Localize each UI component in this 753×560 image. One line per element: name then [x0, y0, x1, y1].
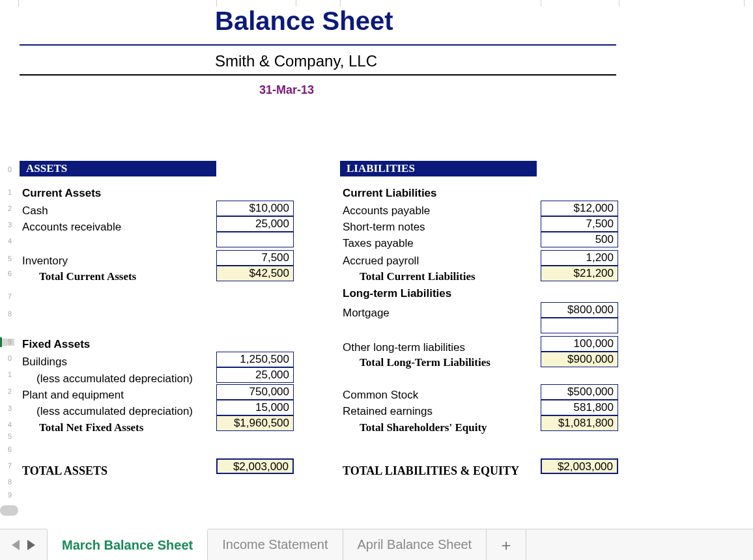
row-number[interactable]: 8 [0, 479, 14, 486]
total-equity-label: Total Shareholders' Equity [343, 422, 487, 433]
add-sheet-button[interactable]: ＋ [487, 529, 526, 560]
document-title: Balance Sheet [215, 7, 393, 36]
next-sheet-icon[interactable] [27, 540, 35, 550]
tab-nav [0, 529, 47, 560]
spreadsheet-canvas[interactable]: Balance Sheet Smith & Company, LLC 31-Ma… [14, 0, 753, 516]
row-number[interactable]: 0 [0, 166, 14, 173]
total-current-assets-value[interactable]: $42,500 [216, 266, 294, 281]
buildings-label: Buildings [22, 356, 67, 367]
blank-liab-cell[interactable] [541, 318, 618, 333]
total-longterm-liab-value[interactable]: $900,000 [541, 352, 618, 367]
sheet-tab-bar: March Balance Sheet Income Statement Apr… [0, 529, 753, 560]
ap-value[interactable]: $12,000 [541, 201, 618, 216]
buildings-dep-value[interactable]: 25,000 [216, 367, 294, 383]
mortgage-value[interactable]: $800,000 [541, 302, 618, 318]
common-stock-value[interactable]: $500,000 [541, 384, 618, 400]
horizontal-scrollbar[interactable] [0, 505, 18, 516]
other-longterm-label: Other long-term liabilities [343, 342, 465, 353]
assets-header-bar: ASSETS [20, 161, 216, 176]
row-number[interactable]: 6 [0, 446, 14, 453]
total-current-assets-label: Total Current Assets [22, 271, 136, 282]
cash-value[interactable]: $10,000 [216, 201, 294, 216]
row-number[interactable]: 2 [0, 205, 14, 212]
tab-income-statement[interactable]: Income Statement [208, 529, 343, 560]
row-number[interactable]: 1 [0, 371, 14, 378]
total-liab-equity-value[interactable]: $2,003,000 [541, 458, 618, 474]
blank-asset-cell[interactable] [216, 232, 294, 247]
retained-earnings-value[interactable]: 581,800 [541, 400, 618, 415]
row-number[interactable]: 8 [0, 311, 14, 318]
row-number[interactable]: 6 [0, 270, 14, 277]
row-number[interactable]: 3 [0, 405, 14, 412]
mortgage-label: Mortgage [343, 307, 390, 318]
total-longterm-liab-label: Total Long-Term Liabilities [343, 357, 490, 368]
accrued-label: Accrued payroll [343, 255, 419, 266]
buildings-dep-label: (less accumulated depreciation) [22, 373, 193, 384]
total-assets-value[interactable]: $2,003,000 [216, 458, 294, 474]
inventory-label: Inventory [22, 255, 68, 266]
current-assets-label: Current Assets [22, 188, 101, 199]
plant-value[interactable]: 750,000 [216, 384, 294, 400]
as-of-date: 31-Mar-13 [259, 83, 314, 97]
liabilities-header-bar: LIABILITIES [340, 161, 537, 176]
stn-value[interactable]: 7,500 [541, 216, 618, 232]
ap-label: Accounts payable [343, 205, 430, 216]
row-number[interactable]: 7 [0, 293, 14, 300]
row-number[interactable]: 7 [0, 462, 14, 469]
row-number[interactable]: 9 [0, 492, 14, 499]
taxes-label: Taxes payable [343, 238, 414, 249]
total-liab-equity-label: TOTAL LIABILITIES & EQUITY [343, 465, 519, 477]
accrued-value[interactable]: 1,200 [541, 250, 618, 266]
plant-dep-label: (less accumulated depreciation) [22, 406, 193, 417]
total-fixed-assets-label: Total Net Fixed Assets [22, 422, 143, 433]
stn-label: Short-term notes [343, 221, 425, 232]
fixed-assets-label: Fixed Assets [22, 339, 90, 350]
row-number-selected[interactable]: 9 [0, 339, 14, 346]
row-number[interactable]: 0 [0, 355, 14, 362]
retained-earnings-label: Retained earnings [343, 406, 433, 417]
total-current-liab-value[interactable]: $21,200 [541, 266, 618, 281]
common-stock-label: Common Stock [343, 389, 418, 400]
longterm-liab-label: Long-term Liabilities [343, 288, 451, 299]
tab-march-balance-sheet[interactable]: March Balance Sheet [47, 529, 208, 560]
ar-label: Accounts receivable [22, 221, 121, 232]
total-equity-value[interactable]: $1,081,800 [541, 415, 618, 431]
row-gutter: 0 1 2 3 4 5 6 7 8 9 0 1 2 3 4 5 6 7 8 9 [0, 0, 14, 516]
plant-dep-value[interactable]: 15,000 [216, 400, 294, 415]
company-name: Smith & Company, LLC [215, 52, 377, 70]
total-current-liab-label: Total Current Liabilities [343, 271, 476, 282]
prev-sheet-icon[interactable] [12, 540, 20, 550]
row-number[interactable]: 4 [0, 238, 14, 245]
inventory-value[interactable]: 7,500 [216, 250, 294, 266]
row-number[interactable]: 4 [0, 421, 14, 428]
plant-label: Plant and equipment [22, 389, 124, 400]
tab-april-balance-sheet[interactable]: April Balance Sheet [343, 529, 487, 560]
row-number[interactable]: 5 [0, 433, 14, 440]
row-number[interactable]: 5 [0, 255, 14, 262]
buildings-value[interactable]: 1,250,500 [216, 352, 294, 367]
row-number[interactable]: 1 [0, 189, 14, 196]
current-liabilities-label: Current Liabilities [343, 188, 437, 199]
ar-value[interactable]: 25,000 [216, 216, 294, 232]
row-number[interactable]: 2 [0, 388, 14, 395]
row-number[interactable]: 3 [0, 221, 14, 229]
total-fixed-assets-value[interactable]: $1,960,500 [216, 415, 294, 431]
other-longterm-value[interactable]: 100,000 [541, 336, 618, 352]
total-assets-label: TOTAL ASSETS [22, 465, 107, 477]
taxes-value[interactable]: 500 [541, 232, 618, 247]
cash-label: Cash [22, 205, 48, 216]
